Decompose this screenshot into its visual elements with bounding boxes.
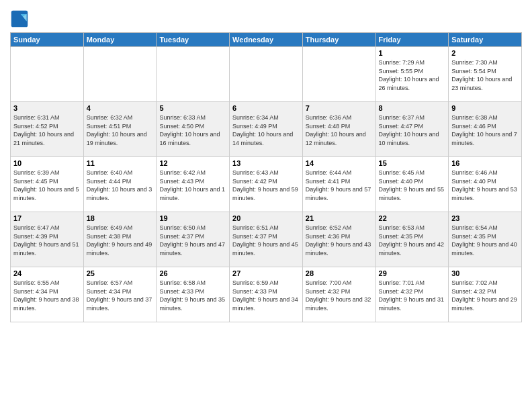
- weekday-header: Monday: [83, 33, 157, 47]
- header: [10, 7, 522, 28]
- calendar-day-cell: [83, 47, 157, 102]
- weekday-header: Sunday: [11, 33, 84, 47]
- weekday-header: Saturday: [449, 33, 522, 47]
- calendar-day-cell: 8Sunrise: 6:37 AM Sunset: 4:47 PM Daylig…: [375, 102, 449, 157]
- calendar-day-cell: 18Sunrise: 6:49 AM Sunset: 4:38 PM Dayli…: [83, 212, 157, 267]
- day-number: 15: [379, 159, 446, 167]
- day-number: 19: [159, 214, 226, 222]
- calendar-day-cell: [157, 47, 230, 102]
- day-info: Sunrise: 6:38 AM Sunset: 4:46 PM Dayligh…: [451, 113, 519, 147]
- calendar-day-cell: 21Sunrise: 6:52 AM Sunset: 4:36 PM Dayli…: [302, 212, 375, 267]
- day-info: Sunrise: 6:58 AM Sunset: 4:33 PM Dayligh…: [159, 279, 226, 312]
- day-info: Sunrise: 6:51 AM Sunset: 4:37 PM Dayligh…: [232, 224, 300, 257]
- calendar-day-cell: 14Sunrise: 6:44 AM Sunset: 4:41 PM Dayli…: [302, 157, 375, 212]
- day-info: Sunrise: 6:31 AM Sunset: 4:52 PM Dayligh…: [13, 113, 81, 147]
- day-info: Sunrise: 7:29 AM Sunset: 5:55 PM Dayligh…: [379, 58, 446, 92]
- calendar-week-row: 1Sunrise: 7:29 AM Sunset: 5:55 PM Daylig…: [11, 47, 522, 102]
- day-number: 10: [13, 159, 81, 167]
- calendar-day-cell: 22Sunrise: 6:53 AM Sunset: 4:35 PM Dayli…: [375, 212, 449, 267]
- calendar-day-cell: 9Sunrise: 6:38 AM Sunset: 4:46 PM Daylig…: [449, 102, 522, 157]
- weekday-header: Friday: [375, 33, 449, 47]
- day-number: 3: [13, 104, 81, 112]
- calendar-day-cell: 3Sunrise: 6:31 AM Sunset: 4:52 PM Daylig…: [11, 102, 84, 157]
- calendar-day-cell: 4Sunrise: 6:32 AM Sunset: 4:51 PM Daylig…: [83, 102, 157, 157]
- day-number: 27: [232, 269, 300, 277]
- day-number: 16: [451, 159, 519, 167]
- calendar-day-cell: 1Sunrise: 7:29 AM Sunset: 5:55 PM Daylig…: [375, 47, 449, 102]
- calendar-week-row: 24Sunrise: 6:55 AM Sunset: 4:34 PM Dayli…: [11, 267, 522, 322]
- logo-icon: [10, 9, 29, 28]
- calendar-day-cell: [230, 47, 303, 102]
- day-info: Sunrise: 6:45 AM Sunset: 4:40 PM Dayligh…: [379, 169, 446, 202]
- calendar-day-cell: 7Sunrise: 6:36 AM Sunset: 4:48 PM Daylig…: [302, 102, 375, 157]
- calendar-day-cell: 12Sunrise: 6:42 AM Sunset: 4:43 PM Dayli…: [157, 157, 230, 212]
- day-number: 29: [379, 269, 446, 277]
- day-number: 23: [451, 214, 519, 222]
- calendar-day-cell: 10Sunrise: 6:39 AM Sunset: 4:45 PM Dayli…: [11, 157, 84, 212]
- day-info: Sunrise: 7:30 AM Sunset: 5:54 PM Dayligh…: [451, 58, 519, 92]
- calendar-day-cell: 2Sunrise: 7:30 AM Sunset: 5:54 PM Daylig…: [449, 47, 522, 102]
- calendar-day-cell: 15Sunrise: 6:45 AM Sunset: 4:40 PM Dayli…: [375, 157, 449, 212]
- calendar-day-cell: 24Sunrise: 6:55 AM Sunset: 4:34 PM Dayli…: [11, 267, 84, 322]
- calendar-day-cell: 17Sunrise: 6:47 AM Sunset: 4:39 PM Dayli…: [11, 212, 84, 267]
- day-info: Sunrise: 6:47 AM Sunset: 4:39 PM Dayligh…: [13, 224, 81, 257]
- day-info: Sunrise: 6:46 AM Sunset: 4:40 PM Dayligh…: [451, 169, 519, 202]
- day-info: Sunrise: 6:57 AM Sunset: 4:34 PM Dayligh…: [87, 279, 154, 312]
- day-number: 7: [306, 104, 373, 112]
- weekday-header: Tuesday: [157, 33, 230, 47]
- day-number: 22: [379, 214, 446, 222]
- calendar-day-cell: 25Sunrise: 6:57 AM Sunset: 4:34 PM Dayli…: [83, 267, 157, 322]
- day-info: Sunrise: 6:55 AM Sunset: 4:34 PM Dayligh…: [13, 279, 81, 312]
- day-info: Sunrise: 6:40 AM Sunset: 4:44 PM Dayligh…: [87, 169, 154, 202]
- day-number: 30: [451, 269, 519, 277]
- day-number: 5: [159, 104, 226, 112]
- calendar-day-cell: 23Sunrise: 6:54 AM Sunset: 4:35 PM Dayli…: [449, 212, 522, 267]
- calendar-day-cell: 6Sunrise: 6:34 AM Sunset: 4:49 PM Daylig…: [230, 102, 303, 157]
- calendar-week-row: 3Sunrise: 6:31 AM Sunset: 4:52 PM Daylig…: [11, 102, 522, 157]
- weekday-header: Wednesday: [230, 33, 303, 47]
- day-number: 20: [232, 214, 300, 222]
- calendar-day-cell: 29Sunrise: 7:01 AM Sunset: 4:32 PM Dayli…: [375, 267, 449, 322]
- day-number: 12: [159, 159, 226, 167]
- day-info: Sunrise: 6:42 AM Sunset: 4:43 PM Dayligh…: [159, 169, 226, 202]
- day-number: 2: [451, 49, 519, 57]
- day-number: 6: [232, 104, 300, 112]
- day-info: Sunrise: 6:50 AM Sunset: 4:37 PM Dayligh…: [159, 224, 226, 257]
- day-info: Sunrise: 6:32 AM Sunset: 4:51 PM Dayligh…: [87, 113, 154, 147]
- day-info: Sunrise: 6:43 AM Sunset: 4:42 PM Dayligh…: [232, 169, 300, 202]
- day-info: Sunrise: 6:34 AM Sunset: 4:49 PM Dayligh…: [232, 113, 300, 147]
- calendar-day-cell: 27Sunrise: 6:59 AM Sunset: 4:33 PM Dayli…: [230, 267, 303, 322]
- day-info: Sunrise: 7:00 AM Sunset: 4:32 PM Dayligh…: [306, 279, 373, 312]
- day-info: Sunrise: 6:53 AM Sunset: 4:35 PM Dayligh…: [379, 224, 446, 257]
- day-number: 1: [379, 49, 446, 57]
- day-number: 24: [13, 269, 81, 277]
- page: SundayMondayTuesdayWednesdayThursdayFrid…: [0, 0, 532, 411]
- day-number: 25: [87, 269, 154, 277]
- calendar-day-cell: 20Sunrise: 6:51 AM Sunset: 4:37 PM Dayli…: [230, 212, 303, 267]
- calendar-day-cell: 30Sunrise: 7:02 AM Sunset: 4:32 PM Dayli…: [449, 267, 522, 322]
- calendar-day-cell: 11Sunrise: 6:40 AM Sunset: 4:44 PM Dayli…: [83, 157, 157, 212]
- calendar-table: SundayMondayTuesdayWednesdayThursdayFrid…: [10, 32, 522, 322]
- day-info: Sunrise: 6:44 AM Sunset: 4:41 PM Dayligh…: [306, 169, 373, 202]
- calendar-day-cell: 16Sunrise: 6:46 AM Sunset: 4:40 PM Dayli…: [449, 157, 522, 212]
- calendar-day-cell: 5Sunrise: 6:33 AM Sunset: 4:50 PM Daylig…: [157, 102, 230, 157]
- calendar-header-row: SundayMondayTuesdayWednesdayThursdayFrid…: [11, 33, 522, 47]
- day-number: 14: [306, 159, 373, 167]
- day-info: Sunrise: 6:52 AM Sunset: 4:36 PM Dayligh…: [306, 224, 373, 257]
- calendar-day-cell: [302, 47, 375, 102]
- day-info: Sunrise: 6:59 AM Sunset: 4:33 PM Dayligh…: [232, 279, 300, 312]
- weekday-header: Thursday: [302, 33, 375, 47]
- day-number: 4: [87, 104, 154, 112]
- calendar-day-cell: 26Sunrise: 6:58 AM Sunset: 4:33 PM Dayli…: [157, 267, 230, 322]
- calendar-day-cell: [11, 47, 84, 102]
- day-number: 21: [306, 214, 373, 222]
- day-info: Sunrise: 6:54 AM Sunset: 4:35 PM Dayligh…: [451, 224, 519, 257]
- day-info: Sunrise: 6:37 AM Sunset: 4:47 PM Dayligh…: [379, 113, 446, 147]
- day-info: Sunrise: 7:01 AM Sunset: 4:32 PM Dayligh…: [379, 279, 446, 312]
- calendar-week-row: 17Sunrise: 6:47 AM Sunset: 4:39 PM Dayli…: [11, 212, 522, 267]
- logo: [10, 9, 30, 28]
- day-number: 8: [379, 104, 446, 112]
- day-info: Sunrise: 6:39 AM Sunset: 4:45 PM Dayligh…: [13, 169, 81, 202]
- day-number: 11: [87, 159, 154, 167]
- calendar-day-cell: 13Sunrise: 6:43 AM Sunset: 4:42 PM Dayli…: [230, 157, 303, 212]
